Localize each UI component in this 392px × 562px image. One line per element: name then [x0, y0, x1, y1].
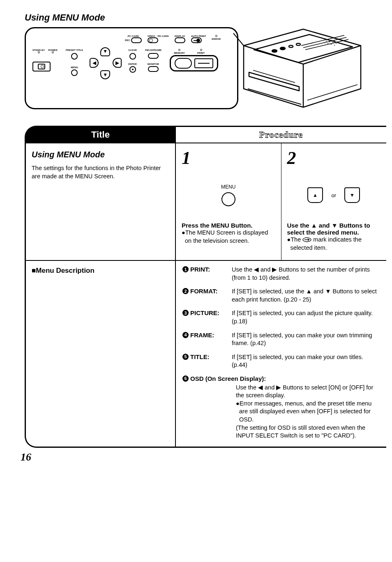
svg-point-5	[331, 40, 332, 41]
memory-print-button	[170, 55, 218, 71]
label-power: POWER	[48, 49, 58, 51]
page-title: Using MENU Mode	[25, 12, 384, 23]
svg-point-12	[324, 42, 325, 43]
header-title: Title	[26, 127, 176, 143]
power-switch	[38, 64, 45, 69]
display-button	[175, 37, 185, 43]
osd-line1: Use the ◀ and ▶ Buttons to select [ON] o…	[236, 384, 380, 400]
label-monitor: MONITOR	[145, 63, 161, 65]
osd-line2: ●Error messages, menus, and the preset t…	[236, 400, 380, 424]
menu-item-title: 5TITLE: If [SET] is selected, you can ma…	[182, 353, 380, 369]
section-intro: The settings for the functions in the Ph…	[32, 164, 169, 180]
label-preset: PRESET TITLE	[66, 49, 83, 51]
label-menu: MENU	[66, 66, 83, 69]
menu-item-format: 2FORMAT: If [SET] is selected, use the ▲…	[182, 288, 380, 304]
step2-title: Use the ▲ and ▼ Buttons to select the de…	[287, 222, 381, 236]
up-button-icon: ▲	[307, 187, 323, 203]
enter-button	[129, 66, 136, 73]
svg-point-11	[336, 43, 337, 44]
preset-button	[71, 53, 78, 60]
svg-point-4	[327, 39, 328, 40]
video-switch	[148, 37, 158, 43]
osd-line3: (The setting for OSD is still stored eve…	[236, 424, 380, 440]
fieldframe-button	[148, 53, 159, 59]
label-enter: ENTER	[128, 63, 137, 65]
menu-item-osd: 6OSD (On Screen Display): Use the ◀ and …	[182, 375, 380, 440]
label-clear: CLEAR	[128, 49, 137, 51]
label-rec: REC	[125, 39, 130, 41]
header-procedure: Procedure	[176, 127, 386, 143]
printer-illustration	[242, 27, 357, 109]
menu-description-body: 1PRINT: Use the ◀ and ▶ Buttons to set t…	[176, 261, 386, 447]
menu-item-print: 1PRINT: Use the ◀ and ▶ Buttons to set t…	[182, 266, 380, 282]
svg-point-9	[329, 41, 330, 42]
dpad-left: ◀	[90, 58, 99, 68]
monitor-button	[148, 66, 159, 72]
pointer-hand-icon	[302, 237, 311, 242]
menu-button-panel	[71, 69, 78, 76]
menu-item-frame: 4FRAME: If [SET] is selected, you can ma…	[182, 332, 380, 348]
step2-number: 2	[287, 147, 381, 168]
svg-point-13	[327, 43, 328, 44]
label-pdcard: PD CARD	[157, 35, 168, 37]
label-standby: STAND BY	[32, 49, 45, 51]
step1-title: Press the MENU Button.	[182, 222, 275, 229]
step-1: 1 MENU Press the MENU Button. ●The MENU …	[176, 143, 281, 260]
or-label: or	[331, 192, 336, 198]
label-print: PRINT	[197, 52, 205, 54]
svg-point-2	[289, 46, 293, 48]
control-panel-illustration: PC CARD REC VIDEO PD CARD DISPLAY	[25, 27, 238, 109]
step2-bullet: ●The mark indicates the selected item.	[287, 236, 381, 252]
dpad: ▲ ▼ ◀ ▶	[91, 49, 120, 78]
svg-point-3	[296, 44, 300, 46]
label-display: DISPLAY	[175, 35, 185, 37]
menu-icon-label: MENU	[221, 184, 235, 190]
step1-bullet: ●The MENU Screen is displayed on the tel…	[182, 229, 275, 245]
device-diagram: PC CARD REC VIDEO PD CARD DISPLAY	[25, 27, 384, 109]
step1-number: 1	[182, 147, 275, 168]
instruction-table: Title Procedure Using MENU Mode The sett…	[25, 126, 386, 448]
svg-point-1	[280, 47, 285, 50]
svg-point-0	[272, 50, 277, 52]
dpad-down: ▼	[100, 70, 110, 79]
autoprint-button	[191, 37, 202, 43]
svg-point-7	[337, 41, 338, 42]
step-2: 2 ▲ or ▼ Use the ▲ and ▼ Buttons to sele…	[281, 143, 387, 260]
svg-point-14	[331, 44, 332, 45]
down-button-icon: ▼	[344, 187, 360, 203]
menu-button-icon	[221, 192, 235, 206]
menu-description-title: ■Menu Description	[32, 267, 169, 275]
label-error: ERROR	[212, 38, 221, 40]
label-fieldframe: FIELD/FRAME	[145, 49, 161, 51]
section-subtitle: Using MENU Mode	[32, 150, 169, 159]
menu-item-picture: 3PICTURE: If [SET] is selected, you can …	[182, 309, 380, 325]
dpad-right: ▶	[113, 58, 122, 68]
svg-point-15	[334, 45, 335, 46]
pccard-button	[131, 37, 142, 43]
svg-point-6	[334, 41, 335, 41]
svg-point-10	[332, 42, 333, 43]
dpad-up: ▲	[100, 47, 110, 56]
svg-point-8	[326, 41, 327, 41]
label-memory: MEMORY	[174, 52, 185, 54]
page-number: 16	[21, 451, 384, 463]
clear-button	[129, 53, 136, 60]
